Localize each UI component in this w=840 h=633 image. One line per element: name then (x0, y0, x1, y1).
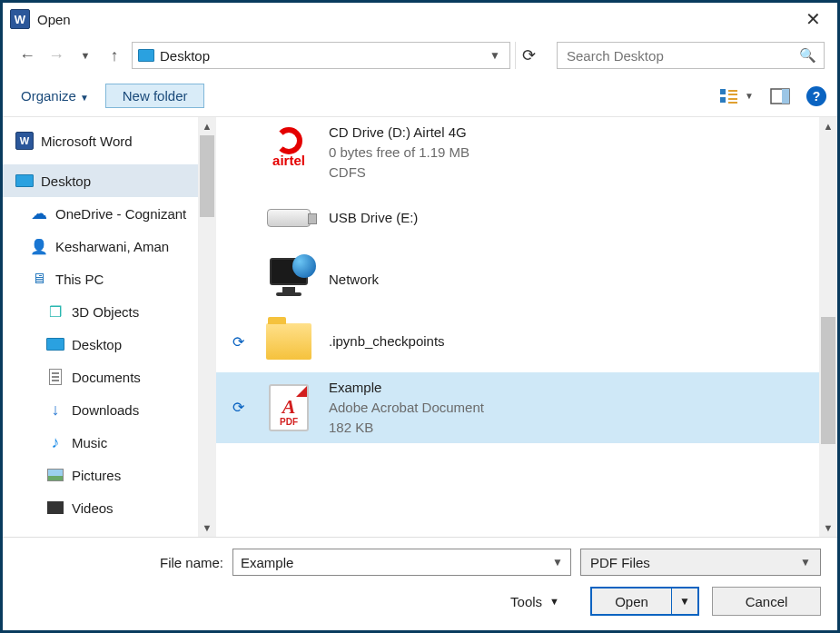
new-folder-button[interactable]: New folder (105, 84, 205, 108)
filter-value: PDF Files (590, 555, 650, 570)
list-item[interactable]: ⟳ Network (216, 249, 819, 311)
list-item[interactable]: ⟳ .ipynb_checkpoints (216, 311, 819, 372)
sidebar-item-onedrive[interactable]: ☁ OneDrive - Cognizant (3, 197, 198, 230)
3d-icon: ❒ (46, 303, 64, 320)
toolbar: Organize▼ New folder ▼ ? (3, 75, 837, 117)
sidebar-item-label: Desktop (41, 173, 91, 189)
preview-pane-icon[interactable] (770, 88, 790, 104)
address-bar[interactable]: Desktop ▼ (132, 42, 510, 69)
titlebar: W Open ✕ (3, 3, 837, 35)
tools-label: Tools (510, 594, 542, 609)
dialog-body: W Microsoft Word Desktop ☁ OneDrive - Co… (3, 117, 837, 537)
sidebar-item-label: Documents (72, 370, 141, 385)
sidebar-item-label: Microsoft Word (41, 134, 133, 149)
scroll-up-icon[interactable]: ▲ (198, 117, 216, 135)
svg-rect-7 (782, 89, 789, 104)
organize-menu[interactable]: Organize▼ (14, 84, 96, 107)
sidebar-item-label: This PC (55, 272, 104, 287)
scroll-track[interactable] (819, 135, 837, 519)
scroll-track[interactable] (198, 135, 216, 519)
chevron-down-icon: ▼ (800, 556, 811, 569)
help-button[interactable]: ? (806, 86, 826, 106)
drive-icon: airtel (262, 127, 316, 178)
sync-icon: ⟳ (232, 143, 249, 161)
forward-button: → (44, 44, 68, 67)
sync-icon: ⟳ (232, 333, 249, 351)
view-options: ▼ (719, 88, 754, 104)
scroll-up-icon[interactable]: ▲ (819, 117, 837, 135)
cloud-icon: ☁ (30, 205, 48, 222)
sync-icon: ⟳ (232, 272, 249, 289)
airtel-logo-text: airtel (263, 153, 314, 168)
sidebar-item-documents[interactable]: Documents (3, 361, 198, 393)
dialog-footer: File name: Example ▼ PDF Files ▼ Tools▼ … (3, 537, 837, 630)
list-item[interactable]: ⟳ USB Drive (E:) (216, 187, 819, 249)
sync-icon: ⟳ (232, 399, 249, 416)
sidebar-item-desktop[interactable]: Desktop (3, 164, 198, 197)
music-icon: ♪ (46, 434, 64, 450)
search-icon[interactable]: 🔍 (799, 47, 816, 64)
sidebar-item-label: Pictures (72, 468, 121, 483)
word-icon: W (15, 132, 34, 150)
sidebar-item-label: 3D Objects (72, 304, 139, 320)
item-subtitle: Adobe Acrobat Document (329, 398, 484, 418)
close-button[interactable]: ✕ (796, 8, 830, 30)
usb-drive-icon (262, 193, 316, 243)
list-item[interactable]: ⟳ APDF Example Adobe Acrobat Document 18… (216, 372, 819, 442)
filename-dropdown[interactable]: ▼ (552, 556, 563, 569)
tools-menu[interactable]: Tools▼ (510, 594, 559, 609)
file-list: ⟳ airtel CD Drive (D:) Airtel 4G 0 bytes… (216, 117, 837, 537)
open-button-main[interactable]: Open (592, 588, 672, 614)
filename-value: Example (241, 555, 293, 570)
address-dropdown[interactable]: ▼ (486, 49, 504, 62)
view-dropdown[interactable]: ▼ (745, 91, 754, 101)
view-mode-icon[interactable] (719, 88, 739, 104)
organize-label: Organize (21, 88, 76, 104)
filename-input[interactable]: Example ▼ (232, 549, 571, 576)
address-text: Desktop (160, 48, 480, 64)
sidebar-item-downloads[interactable]: ↓ Downloads (3, 393, 198, 426)
content-scrollbar[interactable]: ▲ ▼ (819, 117, 837, 537)
sidebar-item-3dobjects[interactable]: ❒ 3D Objects (3, 295, 198, 328)
item-subtitle: 0 bytes free of 1.19 MB (329, 143, 469, 163)
sidebar-item-desktop2[interactable]: Desktop (3, 328, 198, 361)
search-box[interactable]: 🔍 (557, 42, 825, 69)
filename-label: File name: (19, 555, 223, 570)
sidebar-item-word[interactable]: W Microsoft Word (3, 124, 198, 157)
video-icon (46, 499, 64, 516)
item-name: USB Drive (E:) (329, 208, 418, 228)
user-icon: 👤 (30, 238, 48, 254)
sidebar-item-thispc[interactable]: 🖥 This PC (3, 262, 198, 295)
scroll-down-icon[interactable]: ▼ (198, 519, 216, 537)
sidebar-item-label: Desktop (72, 337, 122, 352)
sidebar-item-label: Music (72, 435, 107, 450)
search-input[interactable] (565, 47, 799, 64)
scroll-down-icon[interactable]: ▼ (819, 519, 837, 537)
network-icon (262, 254, 316, 305)
recent-locations-button[interactable]: ▼ (74, 44, 97, 67)
desktop-icon (15, 173, 34, 189)
scroll-thumb[interactable] (200, 135, 214, 217)
sidebar-item-videos[interactable]: Videos (3, 491, 198, 524)
item-name: CD Drive (D:) Airtel 4G (329, 123, 469, 143)
scroll-thumb[interactable] (821, 317, 835, 444)
document-icon (46, 369, 64, 385)
open-button[interactable]: Open ▼ (590, 587, 699, 616)
sidebar-item-music[interactable]: ♪ Music (3, 426, 198, 459)
desktop-icon (138, 49, 154, 62)
back-button[interactable]: ← (15, 44, 39, 67)
up-button[interactable]: ↑ (103, 44, 126, 67)
refresh-button[interactable]: ⟳ (515, 42, 542, 69)
folder-icon (262, 316, 316, 367)
item-name: .ipynb_checkpoints (329, 331, 445, 351)
item-name: Network (329, 270, 379, 290)
sidebar-item-user[interactable]: 👤 Kesharwani, Aman (3, 230, 198, 262)
list-item[interactable]: ⟳ airtel CD Drive (D:) Airtel 4G 0 bytes… (216, 117, 819, 187)
pc-icon: 🖥 (30, 271, 48, 287)
sidebar-scrollbar[interactable]: ▲ ▼ (198, 117, 216, 537)
file-type-filter[interactable]: PDF Files ▼ (580, 549, 821, 576)
sidebar-item-pictures[interactable]: Pictures (3, 459, 198, 491)
open-dropdown[interactable]: ▼ (672, 595, 697, 608)
cancel-button[interactable]: Cancel (712, 587, 821, 616)
navigation-row: ← → ▼ ↑ Desktop ▼ ⟳ 🔍 (3, 35, 837, 75)
